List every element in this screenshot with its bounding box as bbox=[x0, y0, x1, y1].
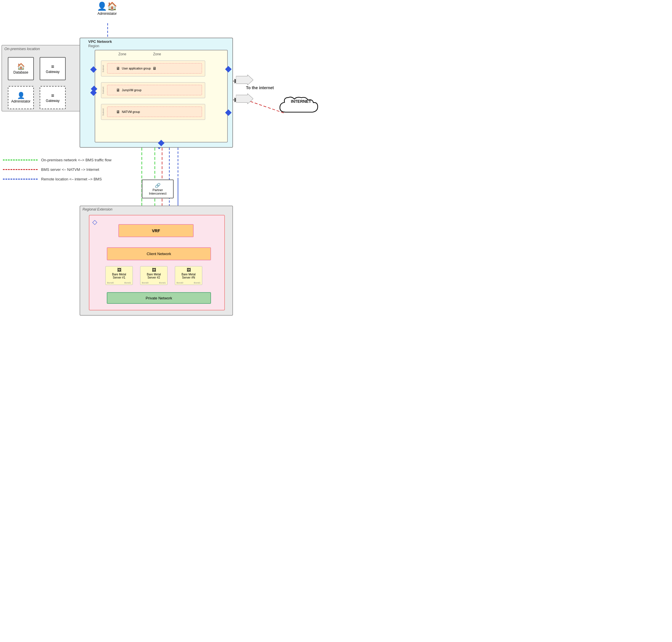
svg-marker-39 bbox=[236, 75, 253, 85]
admin-top-icon: 👤🏠 bbox=[97, 1, 117, 11]
bms2-icon: 🖼 bbox=[142, 268, 166, 272]
legend-green-line bbox=[3, 159, 38, 160]
junction-right-top bbox=[225, 66, 232, 73]
partner-icon: 🔗 bbox=[155, 183, 161, 188]
legend-green-label: On-premises network <–> BMS traffic flow bbox=[41, 158, 111, 162]
group3-box: 🖥 NATVM group bbox=[107, 106, 202, 117]
group1-label: User application group bbox=[122, 67, 151, 70]
internet-right-label: INTERNET bbox=[291, 99, 311, 104]
junction-right-bottom bbox=[225, 110, 232, 116]
subnet2-box: Subnet 🖥 JumpVM group bbox=[101, 82, 205, 98]
vm-icon-2: 🖥 bbox=[153, 66, 157, 70]
legend-blue-line bbox=[3, 179, 38, 180]
admin-label: Administator bbox=[11, 99, 31, 103]
bms2-box: 🖼 Bare MetalServer #2 Bond0 Bond1 bbox=[140, 266, 168, 285]
region-box: Zone Zone Subnet 🖥 User application grou… bbox=[95, 50, 228, 142]
bms2-bond0: Bond0 bbox=[142, 281, 148, 284]
arrow-top-right bbox=[236, 75, 253, 86]
bmsN-box: 🖼 Bare MetalServer #N Bond0 Bond1 bbox=[175, 266, 202, 285]
database-label: Database bbox=[13, 70, 28, 74]
vpc-box: VPC Network Region Zone Zone Subnet 🖥 Us… bbox=[80, 38, 233, 148]
bmsN-label: Bare MetalServer #N bbox=[176, 273, 201, 279]
private-network-label: Private Network bbox=[146, 296, 172, 300]
database-icon: 🏠 bbox=[17, 63, 25, 70]
admin-box: 👤 Administator bbox=[8, 86, 34, 109]
subnet3-box: Subnet 🖥 NATVM group bbox=[101, 104, 205, 120]
group1-box: 🖥 User application group 🖥 bbox=[107, 63, 202, 74]
bmsN-bond1: Bond1 bbox=[194, 281, 200, 284]
admin-icon: 👤 bbox=[17, 92, 25, 99]
regional-inner: ◇ VRF Client Network 🖼 Bare MetalServer … bbox=[89, 215, 225, 310]
subnet2-vertical-label: Subnet bbox=[102, 87, 104, 94]
bmsN-icon: 🖼 bbox=[176, 268, 201, 272]
bms1-icon: 🖼 bbox=[107, 268, 131, 272]
subnet3-vertical-label: Subnet bbox=[102, 108, 104, 116]
vrf-box: VRF bbox=[118, 224, 194, 237]
zone1-label: Zone bbox=[118, 52, 126, 56]
gateway1-box: ≡ Gateway bbox=[40, 57, 66, 80]
bms1-box: 🖼 Bare MetalServer #1 Bond0 Bond1 bbox=[105, 266, 133, 285]
admin-top-label: Administator bbox=[97, 12, 117, 16]
partner-interconnect-box: 🔗 PartnerInterconnect bbox=[142, 180, 174, 198]
svg-marker-40 bbox=[236, 93, 253, 104]
legend-green-item: On-premises network <–> BMS traffic flow bbox=[3, 158, 111, 162]
vm-icon-4: 🖥 bbox=[116, 110, 120, 114]
regional-box: Regional Extension ◇ VRF Client Network … bbox=[80, 206, 233, 316]
regional-label: Regional Extension bbox=[82, 207, 112, 211]
gateway2-label: Gateway bbox=[46, 99, 59, 103]
legend-red-line bbox=[3, 169, 38, 170]
legend-red-item: BMS server <– NATVM –> Internet bbox=[3, 167, 111, 172]
gateway1-label: Gateway bbox=[46, 70, 59, 74]
legend: On-premises network <–> BMS traffic flow… bbox=[3, 158, 111, 181]
group2-label: JumpVM group bbox=[122, 89, 142, 92]
client-network-label: Client Network bbox=[147, 252, 171, 256]
subnet1-vertical-label: Subnet bbox=[102, 65, 104, 72]
vpc-sublabel: Region bbox=[88, 44, 99, 48]
group3-label: NATVM group bbox=[122, 110, 140, 114]
gateway1-icon: ≡ bbox=[51, 64, 54, 70]
on-premises-box: On-premises location 🏠 Database ≡ Gatewa… bbox=[1, 45, 88, 112]
private-network-box: Private Network bbox=[107, 292, 211, 304]
legend-blue-item: Remote location <– internet –> BMS bbox=[3, 177, 111, 181]
zone2-label: Zone bbox=[153, 52, 161, 56]
database-box: 🏠 Database bbox=[8, 57, 34, 80]
bmsN-bond0: Bond0 bbox=[176, 281, 183, 284]
group2-box: 🖥 JumpVM group bbox=[107, 85, 202, 95]
junction-bottom bbox=[158, 140, 165, 146]
legend-blue-label: Remote location <– internet –> BMS bbox=[41, 177, 102, 181]
bms1-bond1: Bond1 bbox=[124, 281, 131, 284]
gateway2-icon: ≡ bbox=[51, 93, 54, 99]
bms2-bond1: Bond1 bbox=[159, 281, 166, 284]
subnet1-box: Subnet 🖥 User application group 🖥 bbox=[101, 61, 205, 76]
legend-red-label: BMS server <– NATVM –> Internet bbox=[41, 167, 99, 172]
vpc-label: VPC Network bbox=[88, 39, 112, 44]
regional-icon: ◇ bbox=[92, 218, 97, 226]
admin-top: 👤🏠 Administator bbox=[97, 1, 117, 16]
vm-icon-1: 🖥 bbox=[116, 66, 120, 70]
partner-label: PartnerInterconnect bbox=[149, 188, 167, 195]
to-internet-label: To the internet bbox=[246, 86, 274, 90]
client-network-box: Client Network bbox=[107, 247, 211, 260]
internet-cloud-right: INTERNET bbox=[278, 93, 324, 119]
bms1-bond0: Bond0 bbox=[107, 281, 114, 284]
bms2-label: Bare MetalServer #2 bbox=[142, 273, 166, 279]
arrow-bottom-right bbox=[236, 93, 253, 105]
vm-icon-3: 🖥 bbox=[116, 88, 120, 92]
on-premises-label: On-premises location bbox=[4, 47, 40, 51]
vrf-label: VRF bbox=[152, 229, 160, 233]
gateway2-box: ≡ Gateway bbox=[40, 86, 66, 109]
bms1-label: Bare MetalServer #1 bbox=[107, 273, 131, 279]
